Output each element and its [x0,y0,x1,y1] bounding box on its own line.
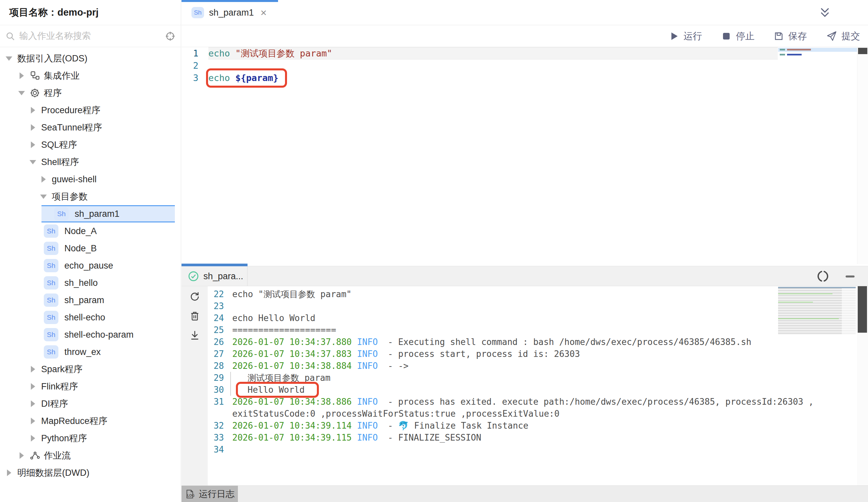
tree-label: sh_hello [64,278,98,288]
chevron-right-icon[interactable] [29,142,36,148]
chevron-right-icon[interactable] [29,418,36,424]
sidebar-item-spark[interactable]: Spark程序 [0,360,181,378]
close-icon[interactable]: × [260,7,267,18]
chevron-right-icon[interactable] [29,124,36,131]
shell-type-badge: Sh [44,311,59,324]
delete-log-icon[interactable] [189,311,200,321]
refresh-icon[interactable] [816,269,829,283]
log-line: 22echo "测试项目参数 param" [208,288,755,300]
tree-label: 集成作业 [44,70,80,82]
bottom-bar: LOG 运行日志 [182,485,868,502]
sidebar-item-echo-pause[interactable]: Sh echo_pause [0,257,181,274]
tab-sh-param1[interactable]: Sh sh_param1 × [182,0,278,25]
search-icon [5,31,15,41]
tree-label: shell-echo-param [64,330,134,340]
log-minimap[interactable] [778,287,856,334]
tree-label: Node_B [64,243,97,254]
tree-label: guwei-shell [52,174,96,185]
sidebar-item-procedure[interactable]: Procedure程序 [0,102,181,119]
chevron-down-icon[interactable] [29,159,36,165]
sidebar-item-shell[interactable]: Shell程序 [0,153,181,171]
sidebar-item-project-param-folder[interactable]: 项目参数 [0,188,181,205]
chevron-right-icon[interactable] [29,435,36,442]
chevron-right-icon[interactable] [18,452,24,459]
editor-toolbar: 运行 停止 保存 提交 [182,25,868,47]
submit-button[interactable]: 提交 [826,30,860,42]
refresh-log-icon[interactable] [189,291,200,302]
sidebar-item-di[interactable]: DI程序 [0,395,181,412]
sidebar-item-python[interactable]: Python程序 [0,430,181,447]
sidebar-item-sh-hello[interactable]: Sh sh_hello [0,274,181,291]
sidebar-item-ods-layer[interactable]: 数据引入层(ODS) [0,50,181,67]
log-line: 272026-01-07 10:34:37.883INFO- process s… [208,348,755,360]
sidebar-item-flink[interactable]: Flink程序 [0,378,181,395]
code-line: 1 echo "测试项目参数 param" [182,47,868,59]
sidebar-item-guwei-shell[interactable]: guwei-shell [0,171,181,188]
chevron-down-icon[interactable] [18,90,24,96]
log-panel-actions [816,266,856,286]
integration-icon [30,71,40,81]
scrollbar-thumb[interactable] [858,286,867,333]
search-input[interactable] [19,31,161,41]
tree-label: Flink程序 [41,380,78,392]
sidebar-item-dwd-layer[interactable]: 明细数据层(DWD) [0,464,181,481]
locate-icon[interactable] [165,31,176,41]
tree-label: Node_A [64,226,97,236]
shell-type-badge: Sh [44,328,59,341]
tree-label: SQL程序 [41,139,77,151]
editor-tab-bar: Sh sh_param1 × [182,0,868,25]
project-title: 项目名称：demo-prj [0,0,181,25]
sidebar-item-node-b[interactable]: Sh Node_B [0,240,181,257]
sidebar-item-workflow[interactable]: 作业流 [0,447,181,464]
chevron-right-icon[interactable] [18,72,24,79]
save-button[interactable]: 保存 [774,30,807,42]
sidebar-item-throw-ex[interactable]: Sh throw_ex [0,343,181,360]
scrollbar-thumb[interactable] [858,48,867,54]
tree-label: echo_pause [64,260,113,271]
chevron-right-icon[interactable] [29,107,36,114]
download-log-icon[interactable] [189,330,200,341]
sidebar-item-sh-param[interactable]: Sh sh_param [0,291,181,309]
sidebar-item-mapreduce[interactable]: MapReduce程序 [0,412,181,430]
chevron-right-icon[interactable] [40,176,46,183]
annotation-box-hello-world [236,382,319,398]
chevron-down-icon[interactable] [5,55,12,62]
sidebar-item-node-a[interactable]: Sh Node_A [0,223,181,240]
search-bar [0,25,181,47]
log-output[interactable]: 22echo "测试项目参数 param" 23 24echo Hello Wo… [182,286,868,485]
run-log-tab[interactable]: LOG 运行日志 [182,486,238,502]
stop-button[interactable]: 停止 [721,30,755,42]
submit-label: 提交 [841,30,860,42]
sidebar-item-integration-job[interactable]: 集成作业 [0,67,181,84]
chevron-right-icon[interactable] [5,470,12,476]
job-tree: 数据引入层(ODS) 集成作业 程序 Procedure程序 [0,47,181,481]
chevron-down-icon[interactable] [40,193,46,200]
line-number: 2 [182,59,208,72]
shell-type-badge: Sh [54,207,69,221]
log-tab-sh-param[interactable]: sh_para... [182,266,248,286]
panel-splitter[interactable] [182,264,248,266]
shell-type-badge: Sh [192,7,204,18]
sidebar-item-program[interactable]: 程序 [0,84,181,102]
run-button[interactable]: 运行 [669,30,702,42]
chevron-right-icon[interactable] [29,400,36,407]
editor-scrollbar[interactable] [857,47,868,264]
chevrons-down-icon[interactable] [818,6,831,19]
code-editor[interactable]: 1 echo "测试项目参数 param" 2 3 echo ${param} [182,47,868,264]
sidebar-item-seatunnel[interactable]: SeaTunnel程序 [0,119,181,136]
log-line: 332026-01-07 10:34:39.115INFO- FINALIZE_… [208,432,755,443]
sidebar-item-sh-param1[interactable]: Sh sh_param1 [41,205,175,223]
sidebar-item-sql[interactable]: SQL程序 [0,136,181,153]
sidebar-item-shell-echo-param[interactable]: Sh shell-echo-param [0,326,181,343]
editor-minimap[interactable] [778,48,857,68]
log-toolbar [182,286,208,485]
app-window: 项目名称：demo-prj 数据引入层(ODS) 集成作业 [0,0,868,502]
minimize-icon[interactable] [844,270,856,282]
stop-label: 停止 [736,30,755,42]
tree-label: 数据引入层(ODS) [17,52,87,64]
chevron-right-icon[interactable] [29,366,36,372]
tree-label: 项目参数 [52,191,87,203]
sidebar-item-shell-echo[interactable]: Sh shell-echo [0,309,181,326]
log-scrollbar[interactable] [857,286,868,485]
chevron-right-icon[interactable] [29,383,36,390]
